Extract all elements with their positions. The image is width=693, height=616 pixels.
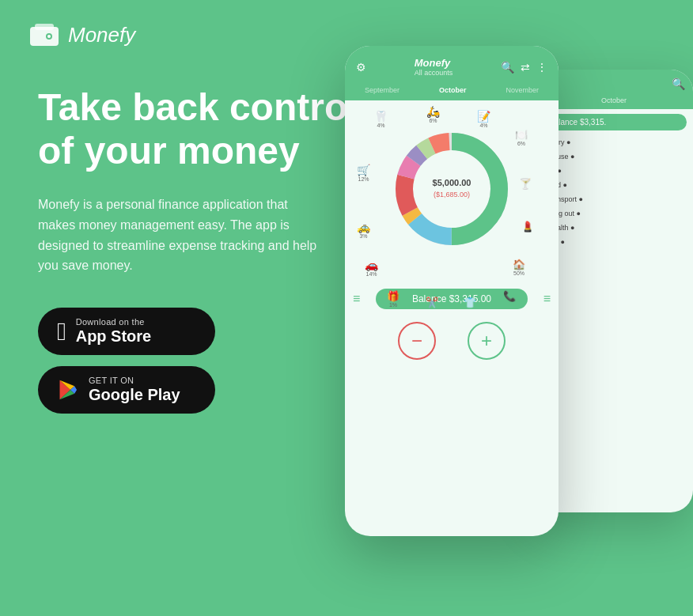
brand-name: Monefy xyxy=(68,23,135,47)
cat-taxi: 🚕3% xyxy=(357,221,370,239)
logo-icon xyxy=(28,19,60,51)
app-store-large-label: App Store xyxy=(76,327,152,346)
back-phone-header: 🔍 xyxy=(535,70,693,95)
headline: Take back control of your money xyxy=(38,85,370,172)
phone-header-icons: 🔍 ⇄ ⋮ xyxy=(501,61,547,74)
filter-icon: ⚙ xyxy=(356,61,366,74)
month-oct[interactable]: October xyxy=(439,86,467,94)
back-balance-amount: $3,315. xyxy=(580,118,606,127)
phone-front: ⚙ Monefy All accounts 🔍 ⇄ ⋮ September Oc… xyxy=(345,46,559,536)
back-list: lary ● ouse ● r ● od ● ansport ● xyxy=(535,135,693,249)
google-play-icon xyxy=(57,379,79,401)
phone-app-header: ⚙ Monefy All accounts 🔍 ⇄ ⋮ xyxy=(345,46,559,83)
app-store-text: Download on the App Store xyxy=(76,317,152,346)
list-item: od ● xyxy=(535,178,693,192)
svg-rect-1 xyxy=(35,24,54,30)
app-store-small-label: Download on the xyxy=(76,317,152,327)
cat-shirt: 👕 xyxy=(464,297,476,308)
app-store-button[interactable]:  Download on the App Store xyxy=(38,308,215,355)
list-item: r ● xyxy=(535,164,693,178)
store-buttons:  Download on the App Store GET IT ON Go… xyxy=(38,308,370,414)
description: Monefy is a personal finance application… xyxy=(38,195,323,275)
menu-icon[interactable]: ⋮ xyxy=(536,61,547,74)
cat-gift: 🎁1% xyxy=(387,290,400,308)
donut-chart: $5,000.00 ($1,685.00) xyxy=(388,126,515,252)
svg-point-3 xyxy=(47,35,51,38)
cat-beauty: 💄 xyxy=(521,221,534,232)
month-nov[interactable]: November xyxy=(506,86,539,94)
cat-phone-call: 📞 xyxy=(503,290,516,302)
sync-icon[interactable]: ⇄ xyxy=(521,61,530,74)
list-item: lary ● xyxy=(535,135,693,149)
month-navigation: September October November xyxy=(345,83,559,100)
phones-container: 🔍 October Balance $3,315. lary ● ouse ● xyxy=(329,46,693,568)
svg-text:$5,000.00: $5,000.00 xyxy=(433,178,471,187)
svg-text:($1,685.00): ($1,685.00) xyxy=(434,191,470,198)
svg-point-13 xyxy=(414,151,490,227)
cat-scissors: ✂️ xyxy=(426,297,438,308)
phone-app-name: Monefy xyxy=(415,57,453,69)
list-item: ts ● xyxy=(535,235,693,249)
back-month-nav: October xyxy=(535,95,693,109)
cat-scooter: 🛵6% xyxy=(426,105,440,123)
balance-bar-row: ≡ Balance $3,315.00 ≡ xyxy=(345,284,559,314)
hamburger-icon-left[interactable]: ≡ xyxy=(353,292,360,306)
google-play-text: GET IT ON Google Play xyxy=(89,376,180,404)
hero-section: Take back control of your money Monefy i… xyxy=(0,70,693,414)
cat-cocktail: 🍸 xyxy=(519,178,532,190)
back-search-icon: 🔍 xyxy=(672,77,685,90)
list-item: ing out ● xyxy=(535,206,693,221)
hamburger-icon-right[interactable]: ≡ xyxy=(543,292,551,306)
left-content: Take back control of your money Monefy i… xyxy=(38,70,370,414)
list-item: ealth ● xyxy=(535,221,693,235)
back-balance-bar: Balance $3,315. xyxy=(541,114,687,130)
cat-house: 🏠50% xyxy=(513,259,525,276)
action-buttons: − + xyxy=(345,314,559,368)
list-item: ouse ● xyxy=(535,149,693,164)
cat-car: 🚗14% xyxy=(365,259,378,277)
cat-dining: 🍽️6% xyxy=(515,129,528,146)
donut-wrapper: 🦷4% 🛵6% 📝4% 🍽️6% 🛒12% 🍸 🚕3% 💄 🚗14% xyxy=(357,108,547,274)
cat-cart: 🛒12% xyxy=(357,164,370,182)
plus-button[interactable]: + xyxy=(468,322,506,360)
back-month-label: October xyxy=(601,96,627,104)
phone-header-title: Monefy All accounts xyxy=(415,57,453,77)
google-play-button[interactable]: GET IT ON Google Play xyxy=(38,366,215,414)
apple-icon:  xyxy=(57,319,66,344)
chart-area: 🦷4% 🛵6% 📝4% 🍽️6% 🛒12% 🍸 🚕3% 💄 🚗14% xyxy=(345,100,559,282)
cat-dental: 🦷4% xyxy=(374,110,388,128)
google-play-small-label: GET IT ON xyxy=(89,376,180,385)
list-item: ansport ● xyxy=(535,192,693,206)
minus-button[interactable]: − xyxy=(398,322,436,360)
search-icon[interactable]: 🔍 xyxy=(501,61,514,74)
month-sep[interactable]: September xyxy=(365,86,400,94)
phone-back: 🔍 October Balance $3,315. lary ● ouse ● xyxy=(535,70,693,512)
google-play-large-label: Google Play xyxy=(89,385,180,404)
phone-sub-label: All accounts xyxy=(415,69,453,77)
